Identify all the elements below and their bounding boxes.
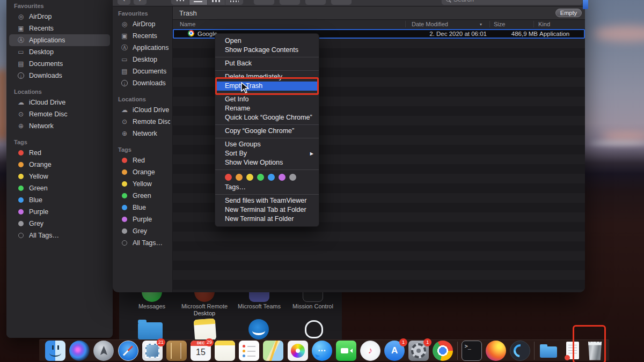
dock-icon-terminal[interactable]: >_ — [462, 341, 482, 361]
dock-icon-photos[interactable] — [288, 341, 308, 361]
group-button[interactable] — [253, 0, 275, 5]
icon-view-button[interactable] — [171, 0, 189, 5]
share-button[interactable] — [305, 0, 326, 5]
tag-color-dot[interactable] — [236, 174, 243, 181]
sidebar-item-icloud-drive[interactable]: ☁iCloud Drive — [9, 97, 110, 108]
column-header-size[interactable]: Size — [494, 20, 505, 29]
sidebar-item-blue[interactable]: Blue — [115, 202, 170, 213]
sidebar-item-recents[interactable]: ▣Recents — [115, 30, 170, 42]
sidebar-item-airdrop[interactable]: ◎AirDrop — [115, 18, 170, 30]
sidebar-item-recents[interactable]: ▣Recents — [9, 23, 110, 34]
dock-icon-siri[interactable] — [69, 341, 90, 361]
dock-icon-facetime[interactable] — [336, 341, 356, 361]
microsoft-teams-app-icon[interactable] — [249, 292, 269, 302]
forward-button[interactable]: › — [133, 0, 147, 5]
sidebar-item-applications[interactable]: ⒶApplications — [9, 34, 110, 46]
back-button[interactable]: ‹ — [117, 0, 131, 5]
sidebar-item-orange[interactable]: Orange — [115, 166, 170, 178]
sidebar-item-documents[interactable]: ▤Documents — [115, 65, 170, 77]
dock-icon-appstore[interactable]: A1 — [384, 341, 405, 361]
sidebar-item-grey[interactable]: Grey — [115, 225, 170, 237]
menu-item-put-back[interactable]: Put Back — [215, 59, 319, 68]
menu-item-rename[interactable]: Rename — [215, 104, 319, 113]
dock-icon-firefox[interactable] — [486, 341, 506, 361]
tags-button[interactable] — [331, 0, 352, 5]
menu-item-new-terminal-tab-at-folder[interactable]: New Terminal Tab at Folder — [215, 205, 319, 215]
column-header-name[interactable]: Name — [180, 20, 195, 29]
sidebar-item-orange[interactable]: Orange — [9, 159, 110, 171]
sidebar-item-downloads[interactable]: ↓Downloads — [9, 70, 110, 82]
dock-icon-calendar[interactable]: DEC1529 — [191, 341, 211, 361]
sidebar-item-green[interactable]: Green — [115, 190, 170, 202]
sidebar-item-green[interactable]: Green — [9, 182, 110, 194]
sidebar-item-desktop[interactable]: ▭Desktop — [115, 54, 170, 65]
dock-icon-finder[interactable] — [45, 341, 65, 361]
dock-icon-sysprefs[interactable]: 1 — [408, 341, 429, 361]
menu-item-use-groups[interactable]: Use Groups — [215, 140, 319, 149]
openoffice-app-icon[interactable] — [248, 319, 269, 339]
menu-item-open[interactable]: Open — [215, 36, 319, 46]
mission-control-app-icon[interactable] — [303, 292, 323, 302]
dock-icon-bluearc[interactable] — [510, 341, 530, 361]
sidebar-item-grey[interactable]: Grey — [9, 218, 110, 230]
dock-icon-notes[interactable] — [215, 341, 235, 361]
tag-color-dot[interactable] — [289, 174, 296, 181]
folder-app-icon[interactable] — [138, 322, 163, 339]
menu-item-get-info[interactable]: Get Info — [215, 95, 319, 104]
list-view-button[interactable] — [189, 0, 208, 5]
dock-icon-contacts[interactable] — [166, 341, 187, 361]
gallery-view-button[interactable] — [225, 0, 243, 5]
sidebar-item-red[interactable]: Red — [9, 147, 110, 159]
sidebar-item-all-tags[interactable]: All Tags… — [9, 230, 110, 241]
search-field[interactable]: Search — [441, 0, 583, 5]
action-button[interactable] — [279, 0, 301, 5]
sidebar-item-purple[interactable]: Purple — [9, 206, 110, 218]
sidebar-item-yellow[interactable]: Yellow — [115, 178, 170, 190]
dock-icon-messages[interactable]: … — [312, 341, 332, 361]
sidebar-item-remote-disc[interactable]: ⊙Remote Disc — [9, 108, 110, 120]
menu-item-show-package-contents[interactable]: Show Package Contents — [215, 46, 319, 55]
dock-icon-dlfolder[interactable] — [538, 341, 559, 361]
tag-color-dot[interactable] — [225, 174, 232, 181]
menu-item-send-files-with-teamviewer[interactable]: Send files with TeamViewer — [215, 196, 319, 205]
messages-app-icon[interactable] — [142, 292, 162, 302]
sidebar-item-remote-disc[interactable]: ⊙Remote Disc — [115, 116, 170, 128]
sidebar-item-documents[interactable]: ▤Documents — [9, 58, 110, 70]
sidebar-item-yellow[interactable]: Yellow — [9, 171, 110, 182]
dock-icon-chrome[interactable] — [433, 341, 453, 361]
menu-item-quick-look-google-chrome[interactable]: Quick Look “Google Chrome” — [215, 113, 319, 122]
sidebar-item-purple[interactable]: Purple — [115, 213, 170, 225]
tag-color-dot[interactable] — [279, 174, 286, 181]
menu-item-tags[interactable]: Tags… — [215, 183, 319, 192]
column-header-date-modified[interactable]: Date Modified — [412, 20, 448, 29]
tag-color-dot[interactable] — [246, 174, 253, 181]
sidebar-item-desktop[interactable]: ▭Desktop — [9, 46, 110, 58]
sidebar-item-network[interactable]: ⊕Network — [115, 128, 170, 139]
dock-icon-itunes[interactable]: ♪ — [360, 341, 380, 361]
sidebar-item-network[interactable]: ⊕Network — [9, 120, 110, 132]
sidebar-item-applications[interactable]: ⒶApplications — [115, 42, 170, 54]
column-header-kind[interactable]: Kind — [538, 20, 550, 29]
dock-icon-safari[interactable] — [118, 341, 138, 361]
empty-button[interactable]: Empty — [555, 9, 582, 17]
sidebar-item-downloads[interactable]: ↓Downloads — [115, 77, 170, 89]
dock-icon-maps[interactable] — [263, 341, 283, 361]
sidebar-item-icloud-drive[interactable]: ☁iCloud Drive — [115, 104, 170, 116]
postgresql-app-icon[interactable] — [304, 319, 324, 339]
notes-like-app-icon[interactable] — [194, 319, 217, 339]
menu-item-sort-by[interactable]: Sort By▶ — [215, 149, 319, 158]
dock-icon-mail[interactable]: 21 — [142, 341, 163, 361]
dock-icon-reminders[interactable] — [239, 341, 259, 361]
sidebar-item-all-tags[interactable]: All Tags… — [115, 237, 170, 249]
menu-item-new-terminal-at-folder[interactable]: New Terminal at Folder — [215, 215, 319, 224]
tag-color-dot[interactable] — [257, 174, 264, 181]
dock-icon-launchpad[interactable] — [93, 341, 114, 361]
menu-item-copy-google-chrome[interactable]: Copy “Google Chrome” — [215, 127, 319, 136]
sidebar-item-red[interactable]: Red — [115, 154, 170, 166]
microsoft-remote-desktop-app-icon[interactable] — [194, 292, 215, 302]
tag-color-dot[interactable] — [268, 174, 275, 181]
menu-item-show-view-options[interactable]: Show View Options — [215, 158, 319, 167]
column-view-button[interactable] — [208, 0, 226, 5]
sidebar-item-airdrop[interactable]: ◎AirDrop — [9, 11, 110, 23]
sidebar-item-blue[interactable]: Blue — [9, 194, 110, 206]
